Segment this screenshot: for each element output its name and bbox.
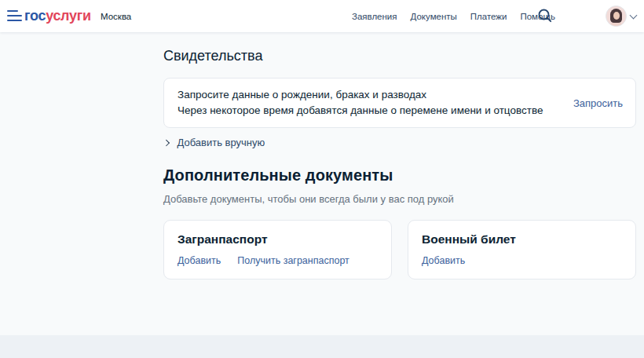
additional-docs-title: Дополнительные документы [163, 166, 393, 184]
add-manually-label: Добавить вручную [177, 137, 265, 148]
logo[interactable]: госуслуги [24, 8, 91, 24]
logo-text-uslugi: услуги [46, 8, 91, 24]
request-card-line1: Запросите данные о рождении, браках и ра… [177, 87, 543, 103]
add-voenny-bilet-link[interactable]: Добавить [422, 255, 465, 266]
request-card-line2: Через некоторое время добавятся данные о… [177, 103, 543, 119]
card-voenny-bilet-title: Военный билет [422, 232, 622, 247]
avatar[interactable] [606, 5, 627, 27]
header: госуслуги Москва Заявления Документы Пла… [0, 0, 644, 32]
location-selector[interactable]: Москва [101, 12, 131, 21]
card-zagranpasport-links: Добавить Получить загранпаспорт [177, 255, 378, 266]
request-data-card: Запросите данные о рождении, браках и ра… [163, 78, 636, 128]
nav-item-platezhi[interactable]: Платежи [470, 12, 507, 21]
add-manually-link[interactable]: Добавить вручную [164, 137, 265, 148]
request-button[interactable]: Запросить [573, 97, 623, 109]
request-card-text: Запросите данные о рождении, браках и ра… [177, 87, 543, 119]
chevron-down-icon[interactable] [630, 12, 638, 20]
get-zagranpasport-link[interactable]: Получить загранпаспорт [237, 255, 349, 266]
additional-docs-cards: Загранпаспорт Добавить Получить загранпа… [163, 220, 636, 279]
additional-docs-subtitle: Добавьте документы, чтобы они всегда был… [163, 193, 454, 205]
avatar-face [613, 12, 620, 20]
main-content: Свидетельства Запросите данные о рождени… [163, 32, 636, 335]
card-zagranpasport: Загранпаспорт Добавить Получить загранпа… [163, 220, 392, 279]
card-voenny-bilet: Военный билет Добавить [408, 220, 636, 279]
chevron-right-icon [163, 140, 170, 146]
card-zagranpasport-title: Загранпаспорт [177, 232, 378, 247]
nav-item-zayavleniya[interactable]: Заявления [352, 12, 397, 21]
search-icon[interactable] [537, 8, 553, 24]
gosuslugi-documents-page: госуслуги Москва Заявления Документы Пла… [0, 0, 644, 358]
logo-text-gos: гос [24, 8, 46, 24]
avatar-shoulders [609, 23, 623, 27]
add-zagranpasport-link[interactable]: Добавить [177, 255, 221, 266]
main-nav: Заявления Документы Платежи Помощь [352, 0, 555, 32]
nav-item-dokumenty[interactable]: Документы [411, 12, 457, 21]
certificates-title: Свидетельства [163, 48, 262, 64]
menu-icon[interactable] [7, 10, 22, 21]
card-voenny-bilet-links: Добавить [422, 255, 622, 266]
footer-strip [0, 335, 644, 358]
